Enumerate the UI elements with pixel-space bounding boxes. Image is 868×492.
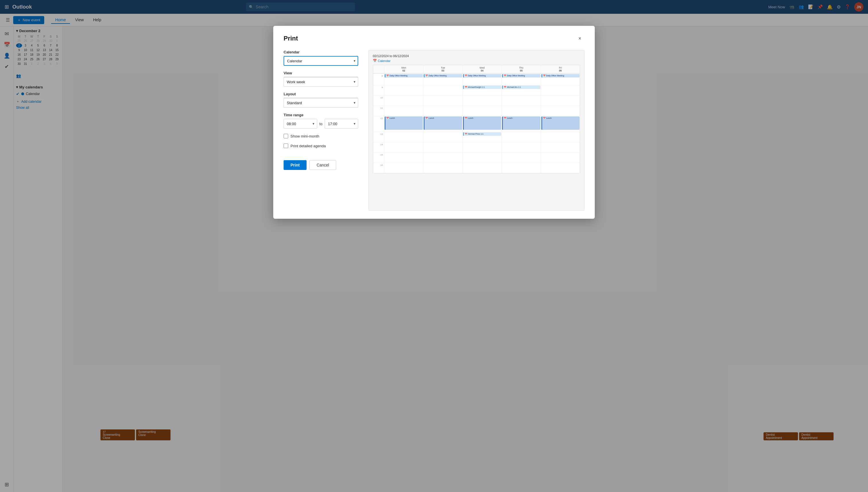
preview-mon-8: 📅 Daily Office Meeting (384, 73, 423, 85)
preview-tue-15 (423, 152, 462, 163)
preview-row-16: 16 (373, 163, 580, 173)
dialog-controls: Calendar Calendar View Work week Day Wee… (283, 50, 358, 211)
preview-fri-16 (541, 163, 580, 173)
print-preview: 02/12/2024 to 06/12/2024 📅 Calendar Mon … (369, 50, 585, 211)
layout-label: Layout (283, 92, 358, 96)
preview-wed-9: 📅 Michael/Dwight 1:1 (463, 85, 501, 95)
print-agenda-row: Print detailed agenda (283, 144, 358, 148)
event-daily-fri: 📅 Daily Office Meeting (541, 74, 579, 77)
preview-wed-14 (463, 142, 501, 152)
event-lunch-tue: 📅 Lunch (424, 117, 462, 130)
preview-thu-8: 📅 Daily Office Meeting (501, 73, 541, 85)
preview-thu-date: 05 (503, 69, 539, 72)
preview-mon-13 (384, 132, 423, 142)
print-button[interactable]: Print (283, 160, 306, 170)
time-range-row: 06:00 07:00 08:00 09:00 10:00 to 15:00 1… (283, 119, 358, 129)
show-mini-month-row: Show mini-month (283, 134, 358, 138)
preview-fri-13 (541, 132, 580, 142)
preview-wed-day: Wed (465, 66, 500, 69)
preview-fri-9 (541, 85, 580, 95)
calendar-select[interactable]: Calendar (283, 56, 358, 66)
time-16: 16 (373, 163, 384, 173)
preview-thu-15 (501, 152, 541, 163)
preview-mon-14 (384, 142, 423, 152)
preview-mon-9 (384, 85, 423, 95)
event-mdwight: 📅 Michael/Dwight 1:1 (463, 85, 501, 89)
preview-mon-15 (384, 152, 423, 163)
preview-wed-13: 📅 Herman/Theo 1:1 (463, 132, 501, 142)
preview-tue-11 (423, 106, 462, 116)
preview-fri-12: 📅 Lunch (541, 116, 580, 132)
dialog-header: Print × (283, 34, 585, 43)
calendar-select-wrapper: Calendar (283, 56, 358, 66)
preview-wed-date: 04 (465, 69, 500, 72)
time-start-wrapper: 06:00 07:00 08:00 09:00 10:00 (283, 119, 317, 129)
preview-row-13: 13 📅 Herman/Theo 1:1 (373, 132, 580, 142)
layout-field: Layout Standard Memo style (283, 92, 358, 108)
event-daily-wed: 📅 Daily Office Meeting (463, 74, 501, 77)
preview-row-15: 15 (373, 152, 580, 163)
print-agenda-label[interactable]: Print detailed agenda (291, 144, 326, 148)
view-field: View Work week Day Week Month (283, 71, 358, 87)
preview-tue-10 (423, 95, 462, 106)
time-end-select[interactable]: 15:00 16:00 17:00 18:00 19:00 (325, 119, 358, 129)
calendar-label: Calendar (283, 50, 358, 54)
preview-thu-13 (501, 132, 541, 142)
preview-thu-10 (501, 95, 541, 106)
preview-fri-date: 06 (543, 69, 578, 72)
time-11: 11 (373, 106, 384, 116)
show-mini-month-label[interactable]: Show mini-month (291, 134, 319, 138)
preview-thu-day: Thu (503, 66, 539, 69)
show-mini-month-checkbox[interactable] (283, 134, 288, 138)
preview-mon-date: 02 (386, 69, 421, 72)
dialog-title: Print (283, 35, 298, 42)
preview-row-9: 9 📅 Michael/Dwight 1:1 📅 Michael/Jim 1:1 (373, 85, 580, 95)
time-range-field: Time range 06:00 07:00 08:00 09:00 10:00… (283, 113, 358, 129)
view-select[interactable]: Work week Day Week Month (283, 77, 358, 87)
preview-fri-8: 📅 Daily Office Meeting (541, 73, 580, 85)
preview-cal-grid: Mon 02 Tue 03 Wed 04 Thu 05 (373, 65, 580, 173)
preview-thu-14 (501, 142, 541, 152)
view-select-wrapper: Work week Day Week Month (283, 77, 358, 87)
preview-cal-label: Calendar (378, 59, 391, 63)
time-12: 12 (373, 116, 384, 132)
layout-select-wrapper: Standard Memo style (283, 98, 358, 108)
dialog-close-button[interactable]: × (575, 34, 585, 43)
preview-time-header (373, 65, 384, 73)
preview-tue-header: Tue 03 (423, 65, 462, 73)
preview-tue-day: Tue (425, 66, 461, 69)
event-lunch-wed: 📅 Lunch (463, 117, 501, 130)
preview-thu-16 (501, 163, 541, 173)
preview-mon-10 (384, 95, 423, 106)
event-lunch-thu: 📅 Lunch (502, 117, 540, 130)
preview-mon-12: 📅 Lunch (384, 116, 423, 132)
preview-fri-15 (541, 152, 580, 163)
preview-wed-8: 📅 Daily Office Meeting (463, 73, 501, 85)
preview-thu-12: 📅 Lunch (501, 116, 541, 132)
preview-mon-header: Mon 02 (384, 65, 423, 73)
preview-row-11: 11 (373, 106, 580, 116)
print-agenda-checkbox[interactable] (283, 144, 288, 148)
calendar-icon-small: 📅 (373, 59, 377, 63)
event-daily-thu: 📅 Daily Office Meeting (502, 74, 540, 77)
preview-wed-11 (463, 106, 501, 116)
preview-fri-day: Fri (543, 66, 578, 69)
preview-tue-8: 📅 Daily Office Meeting (423, 73, 462, 85)
preview-wed-15 (463, 152, 501, 163)
preview-tue-14 (423, 142, 462, 152)
preview-fri-header: Fri 06 (541, 65, 580, 73)
preview-mon-11 (384, 106, 423, 116)
preview-mon-day: Mon (386, 66, 421, 69)
preview-tue-9 (423, 85, 462, 95)
time-start-select[interactable]: 06:00 07:00 08:00 09:00 10:00 (283, 119, 317, 129)
time-14: 14 (373, 142, 384, 152)
preview-row-10: 10 (373, 95, 580, 106)
preview-row-14: 14 (373, 142, 580, 152)
cancel-button[interactable]: Cancel (309, 160, 337, 170)
preview-fri-14 (541, 142, 580, 152)
time-8: 8 (373, 73, 384, 85)
preview-row-8: 8 📅 Daily Office Meeting 📅 Daily Office … (373, 73, 580, 85)
calendar-field: Calendar Calendar (283, 50, 358, 66)
layout-select[interactable]: Standard Memo style (283, 98, 358, 108)
event-herman: 📅 Herman/Theo 1:1 (463, 132, 501, 136)
